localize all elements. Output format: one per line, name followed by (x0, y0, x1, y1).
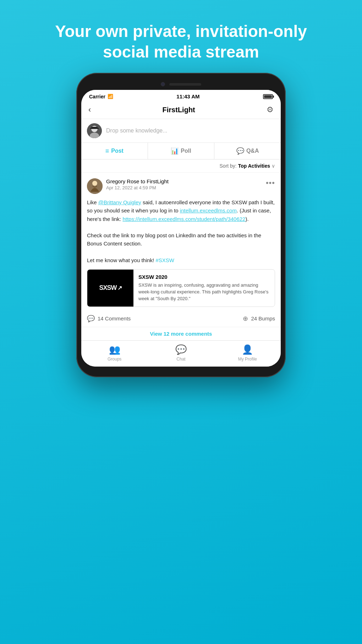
link-preview[interactable]: SXSW ↗ SXSW 2020 SXSW is an inspiring, c… (87, 269, 275, 307)
comments-count: 14 Comments (98, 315, 131, 321)
poll-tab-icon: 📊 (171, 147, 179, 155)
link-preview-content: SXSW 2020 SXSW is an inspiring, confusin… (133, 270, 275, 307)
qna-tab-icon: 💬 (236, 147, 244, 155)
nav-bar: ‹ FirstLight ⚙ (81, 102, 281, 119)
phone-shell: Carrier 📶 11:43 AM ‹ FirstLight ⚙ (76, 73, 286, 377)
post-placeholder[interactable]: Drop some knowledge... (106, 128, 168, 134)
svg-point-6 (92, 181, 97, 186)
bottom-nav: 👥 Groups 💬 Chat 👤 My Profile (81, 340, 281, 367)
post-author-name: Gregory Rose to FirstLight (106, 178, 169, 184)
content-tabs: ≡ Post 📊 Poll 💬 Q&A (81, 143, 281, 159)
headline-line2: social media stream (103, 43, 259, 61)
comments-icon: 💬 (87, 315, 95, 323)
post-meta: Gregory Rose to FirstLight Apr 12, 2022 … (106, 178, 169, 190)
nav-title: FirstLight (163, 106, 195, 114)
link-preview-image: SXSW ↗ (87, 270, 133, 307)
headline-line1: Your own private, invitation-only (55, 22, 307, 40)
svg-rect-4 (90, 128, 99, 129)
profile-icon: 👤 (242, 344, 253, 355)
post-body: Like @Brittany Quigley said, I autoenrol… (87, 198, 275, 264)
chat-icon: 💬 (175, 344, 187, 355)
phone-camera (161, 82, 165, 86)
bumps-icon: ⊕ (243, 315, 248, 323)
sort-value: Top Activities (238, 163, 270, 169)
post-header: Gregory Rose to FirstLight Apr 12, 2022 … (87, 178, 275, 194)
current-user-avatar (87, 123, 102, 138)
link-preview-title: SXSW 2020 (138, 274, 270, 280)
sxsw-logo: SXSW ↗ (99, 284, 121, 292)
groups-icon: 👥 (109, 344, 120, 355)
post-tab-icon: ≡ (105, 147, 109, 155)
chat-label: Chat (176, 357, 185, 362)
post-header-left: Gregory Rose to FirstLight Apr 12, 2022 … (87, 178, 169, 194)
post-timestamp: Apr 12, 2022 at 4:59 PM (106, 185, 169, 190)
settings-icon[interactable]: ⚙ (267, 105, 274, 114)
post-input-area[interactable]: Drop some knowledge... (81, 119, 281, 143)
status-time: 11:43 AM (176, 93, 199, 99)
profile-label: My Profile (238, 357, 257, 362)
sort-prefix: Sort by: (220, 163, 237, 169)
link-preview-desc: SXSW is an inspiring, confusing, aggrava… (138, 282, 270, 302)
post-more-button[interactable]: ••• (266, 178, 275, 188)
carrier-label: Carrier (89, 94, 105, 99)
sort-bar[interactable]: Sort by: Top Activities ∨ (81, 159, 281, 173)
path-link[interactable]: https://intellum.exceedlms.com/student/p… (122, 216, 245, 222)
tab-post[interactable]: ≡ Post (81, 143, 148, 159)
status-left: Carrier 📶 (89, 94, 113, 99)
post-footer: 💬 14 Comments ⊕ 24 Bumps (87, 312, 275, 323)
tab-poll-label: Poll (181, 148, 191, 154)
back-button[interactable]: ‹ (88, 105, 91, 114)
phone-speaker (169, 83, 201, 86)
bumps-section[interactable]: ⊕ 24 Bumps (243, 315, 275, 323)
bumps-count: 24 Bumps (251, 315, 275, 321)
post-card: Gregory Rose to FirstLight Apr 12, 2022 … (81, 173, 281, 327)
bottom-nav-groups[interactable]: 👥 Groups (81, 344, 148, 362)
tab-poll[interactable]: 📊 Poll (148, 143, 215, 159)
comments-section[interactable]: 💬 14 Comments (87, 315, 131, 323)
phone-top-bar (81, 79, 281, 90)
hashtag[interactable]: #SXSW (155, 257, 174, 263)
lms-link[interactable]: intellum.exceedlms.com (180, 207, 237, 213)
phone-screen: Carrier 📶 11:43 AM ‹ FirstLight ⚙ (81, 90, 281, 367)
hero-headline: Your own private, invitation-only social… (34, 21, 328, 62)
bottom-nav-profile[interactable]: 👤 My Profile (214, 344, 281, 362)
view-more-label: View 12 more comments (150, 331, 212, 337)
status-right (263, 94, 273, 99)
tab-post-label: Post (111, 148, 124, 154)
bottom-nav-chat[interactable]: 💬 Chat (148, 344, 214, 362)
battery-icon (263, 94, 273, 99)
tab-qna[interactable]: 💬 Q&A (214, 143, 281, 159)
post-author-avatar (87, 178, 103, 194)
wifi-icon: 📶 (108, 94, 113, 99)
groups-label: Groups (108, 357, 121, 362)
sort-chevron-icon: ∨ (272, 163, 275, 169)
tab-qna-label: Q&A (246, 148, 259, 154)
status-bar: Carrier 📶 11:43 AM (81, 90, 281, 102)
mention-link[interactable]: @Brittany Quigley (98, 199, 141, 205)
view-more-comments[interactable]: View 12 more comments (81, 327, 281, 340)
